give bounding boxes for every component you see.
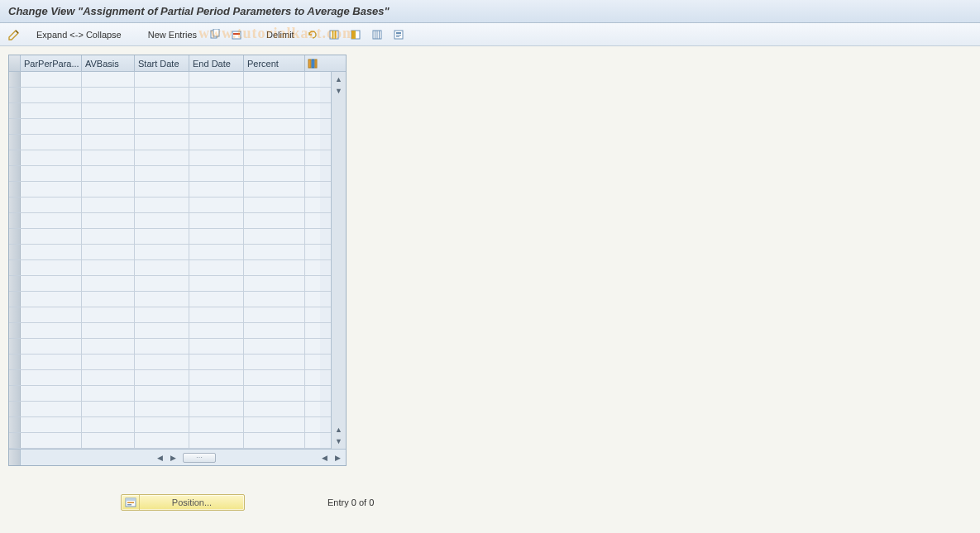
table-cell[interactable] (244, 260, 305, 275)
print-icon[interactable] (390, 27, 407, 42)
table-cell[interactable] (189, 323, 244, 338)
row-selector[interactable] (9, 276, 21, 291)
row-selector[interactable] (9, 260, 21, 275)
table-cell[interactable] (21, 197, 82, 212)
select-all-icon[interactable] (326, 27, 342, 42)
scroll-left[interactable]: ▶ (167, 452, 179, 464)
table-cell[interactable] (82, 119, 135, 134)
table-cell[interactable] (82, 213, 135, 228)
table-cell[interactable] (135, 103, 189, 118)
table-cell[interactable] (82, 135, 135, 150)
table-cell[interactable] (189, 88, 244, 102)
table-cell[interactable] (21, 402, 82, 416)
table-cell[interactable] (189, 370, 244, 385)
table-cell[interactable] (82, 260, 135, 275)
table-cell[interactable] (82, 402, 135, 416)
table-cell[interactable] (189, 276, 244, 291)
row-selector[interactable] (9, 245, 21, 259)
table-cell[interactable] (82, 355, 135, 369)
table-cell[interactable] (82, 72, 135, 87)
table-cell[interactable] (21, 72, 82, 87)
table-cell[interactable] (189, 103, 244, 118)
table-cell[interactable] (82, 229, 135, 244)
table-cell[interactable] (21, 370, 82, 385)
table-cell[interactable] (244, 355, 305, 369)
table-cell[interactable] (244, 150, 305, 165)
table-cell[interactable] (21, 386, 82, 401)
table-cell[interactable] (244, 292, 305, 307)
table-cell[interactable] (135, 386, 189, 401)
configure-columns-icon[interactable] (305, 55, 320, 71)
table-cell[interactable] (189, 433, 244, 448)
table-cell[interactable] (82, 339, 135, 354)
table-cell[interactable] (21, 260, 82, 275)
table-cell[interactable] (135, 355, 189, 369)
table-cell[interactable] (21, 417, 82, 432)
undo-change-icon[interactable] (304, 27, 321, 42)
table-cell[interactable] (244, 166, 305, 181)
table-cell[interactable] (135, 72, 189, 87)
table-cell[interactable] (189, 417, 244, 432)
table-cell[interactable] (189, 182, 244, 197)
table-cell[interactable] (82, 370, 135, 385)
scroll-down-arrow[interactable]: ▼ (333, 85, 345, 97)
table-cell[interactable] (244, 433, 305, 448)
table-cell[interactable] (189, 213, 244, 228)
table-cell[interactable] (189, 260, 244, 275)
table-cell[interactable] (244, 135, 305, 150)
row-selector[interactable] (9, 433, 21, 448)
table-cell[interactable] (135, 402, 189, 416)
table-cell[interactable] (21, 323, 82, 338)
table-cell[interactable] (244, 417, 305, 432)
table-cell[interactable] (189, 307, 244, 322)
table-cell[interactable] (244, 197, 305, 212)
column-header[interactable]: ParPerPara... (21, 55, 82, 71)
table-cell[interactable] (244, 307, 305, 322)
table-cell[interactable] (244, 213, 305, 228)
toggle-display-change-icon[interactable] (7, 27, 22, 42)
table-cell[interactable] (135, 323, 189, 338)
table-cell[interactable] (189, 245, 244, 259)
row-selector[interactable] (9, 355, 21, 369)
table-cell[interactable] (189, 135, 244, 150)
table-cell[interactable] (189, 150, 244, 165)
table-cell[interactable] (135, 166, 189, 181)
table-cell[interactable] (135, 417, 189, 432)
table-cell[interactable] (135, 150, 189, 165)
table-cell[interactable] (135, 119, 189, 134)
column-header[interactable]: Percent (244, 55, 305, 71)
row-selector[interactable] (9, 197, 21, 212)
scroll-up-arrow[interactable]: ▲ (333, 74, 345, 85)
table-cell[interactable] (244, 182, 305, 197)
table-cell[interactable] (82, 245, 135, 259)
position-button[interactable]: Position... (121, 494, 245, 511)
table-cell[interactable] (244, 276, 305, 291)
table-cell[interactable] (82, 276, 135, 291)
row-selector[interactable] (9, 135, 21, 150)
table-cell[interactable] (21, 307, 82, 322)
table-cell[interactable] (21, 213, 82, 228)
table-cell[interactable] (21, 150, 82, 165)
hscroll-thumb[interactable]: ⋯ (183, 453, 216, 463)
table-cell[interactable] (135, 370, 189, 385)
row-selector[interactable] (9, 103, 21, 118)
row-selector[interactable] (9, 292, 21, 307)
table-cell[interactable] (135, 307, 189, 322)
table-cell[interactable] (82, 307, 135, 322)
select-all-rows[interactable] (9, 55, 21, 71)
row-selector[interactable] (9, 370, 21, 385)
horizontal-scrollbar[interactable]: ◀ ▶ ⋯ ◀ ▶ (21, 452, 346, 464)
table-cell[interactable] (135, 213, 189, 228)
column-header[interactable]: Start Date (135, 55, 189, 71)
row-selector[interactable] (9, 323, 21, 338)
table-cell[interactable] (21, 355, 82, 369)
table-cell[interactable] (244, 370, 305, 385)
table-cell[interactable] (82, 323, 135, 338)
table-cell[interactable] (135, 229, 189, 244)
table-cell[interactable] (135, 433, 189, 448)
table-cell[interactable] (82, 166, 135, 181)
table-cell[interactable] (21, 88, 82, 102)
scroll-down-arrow-bottom[interactable]: ▼ (333, 435, 345, 447)
table-cell[interactable] (135, 292, 189, 307)
table-cell[interactable] (189, 197, 244, 212)
